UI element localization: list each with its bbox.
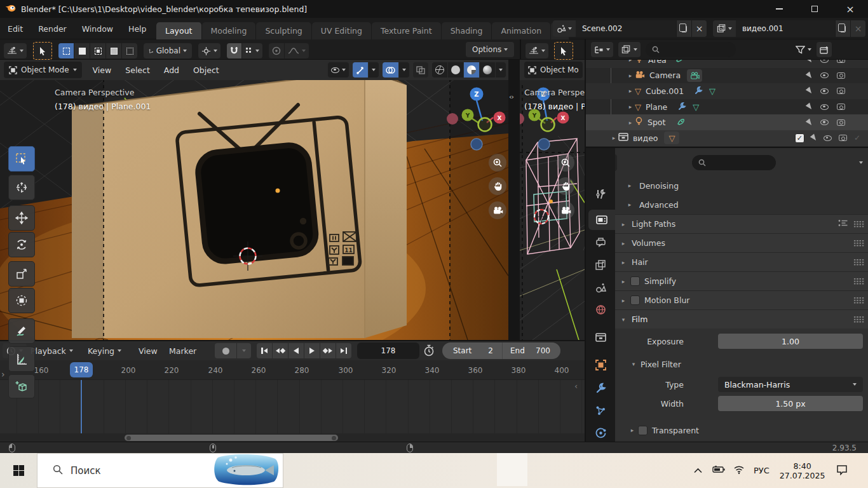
gizmos-toggle[interactable]	[353, 62, 368, 78]
panel-light-paths[interactable]: ▸Light Paths	[615, 214, 868, 233]
selectable-icon[interactable]	[806, 103, 813, 111]
properties-search-input[interactable]	[692, 155, 776, 170]
hide-icon[interactable]	[824, 135, 832, 141]
outliner-filter-dropdown[interactable]	[796, 46, 811, 54]
prev-keyframe-button[interactable]	[273, 343, 288, 358]
timeline-menu-playback[interactable]: Playback	[31, 341, 73, 360]
indirect-only-icon[interactable]: ✓	[854, 133, 860, 142]
tool-measure[interactable]	[8, 346, 35, 372]
hide-icon[interactable]	[820, 104, 829, 110]
panel-volumes[interactable]: ▸Volumes	[615, 233, 868, 252]
jump-to-end-button[interactable]	[336, 343, 351, 358]
viewport2-pan-button[interactable]	[557, 177, 574, 195]
modifier-wrench-icon[interactable]	[677, 102, 686, 112]
selectable-icon[interactable]	[806, 118, 813, 126]
shading-wireframe-button[interactable]	[432, 62, 447, 78]
viewport-splitter[interactable]: ‹›	[508, 60, 520, 340]
pan-button[interactable]	[489, 177, 506, 195]
drag-grip-icon[interactable]	[853, 316, 864, 323]
panel-denoising[interactable]: ▸Denoising	[615, 176, 868, 195]
drag-grip-icon[interactable]	[853, 220, 864, 227]
mesh-data-icon[interactable]: ▽	[709, 86, 715, 96]
tool-rotate[interactable]	[8, 232, 35, 257]
drag-grip-icon[interactable]	[853, 278, 864, 285]
overlays-toggle[interactable]	[383, 62, 398, 78]
use-preview-range-toggle[interactable]	[423, 344, 435, 358]
preset-list-icon[interactable]	[838, 219, 848, 229]
panel-film[interactable]: ▾Film	[615, 309, 868, 329]
tab-world[interactable]	[586, 299, 615, 320]
xray-toggle[interactable]	[413, 62, 428, 78]
tool-add-cube[interactable]	[8, 374, 35, 398]
outliner-display-mode-dropdown[interactable]	[591, 42, 613, 57]
viewport-menu-select[interactable]: Select	[118, 65, 157, 75]
tab-object[interactable]	[586, 355, 615, 375]
menu-window[interactable]: Window	[74, 18, 121, 39]
camera-data-icon[interactable]	[687, 69, 702, 82]
splitter-handle-icon[interactable]: ‹›	[509, 93, 513, 101]
snap-toggle[interactable]	[227, 43, 241, 58]
outliner-row-spot[interactable]: ▸ Spot	[586, 114, 868, 130]
tool-move[interactable]	[8, 205, 35, 231]
outliner-row-video-collection[interactable]: ▸ видео ▽ ✓ ✓	[586, 130, 868, 146]
tab-output[interactable]	[586, 232, 615, 252]
maximize-button[interactable]	[797, 0, 832, 18]
menu-edit[interactable]: Edit	[0, 18, 31, 39]
options-dropdown[interactable]: Options	[466, 42, 514, 57]
properties-options-dropdown[interactable]	[859, 161, 863, 164]
zoom-button[interactable]	[489, 154, 506, 172]
drag-grip-icon[interactable]	[853, 297, 864, 304]
play-button[interactable]	[304, 343, 320, 358]
tab-physics[interactable]	[586, 423, 615, 442]
battery-icon[interactable]	[712, 466, 725, 475]
selectable-icon[interactable]	[806, 87, 813, 95]
timeline-menu-view[interactable]: View	[139, 341, 158, 360]
view-layer-selector[interactable]: видео.001 ×	[713, 20, 865, 37]
keying-set-dropdown[interactable]	[237, 343, 251, 358]
view-layer-name[interactable]: видео.001	[736, 20, 835, 37]
auto-keying-toggle[interactable]	[215, 343, 236, 358]
close-button[interactable]: ×	[832, 0, 868, 18]
navigation-gizmo[interactable]: Z Y X	[445, 85, 508, 155]
scene-unlink-button[interactable]: ×	[691, 20, 707, 37]
clock[interactable]: 8:40 27.07.2025	[780, 461, 825, 480]
play-reverse-button[interactable]	[288, 343, 304, 358]
tab-uv-editing[interactable]: UV Editing	[312, 22, 372, 39]
transform-orientation-dropdown[interactable]: Global	[144, 43, 192, 58]
view-layer-remove-button[interactable]: ×	[850, 20, 865, 37]
proportional-editing-toggle[interactable]	[269, 43, 284, 58]
taskbar-search-box[interactable]: Поиск	[37, 453, 283, 488]
modifier-wrench-icon[interactable]	[694, 86, 703, 97]
viewport2-zoom-button[interactable]	[557, 154, 574, 172]
tool-select-box[interactable]	[8, 146, 35, 172]
scene-copy-button[interactable]	[676, 20, 691, 37]
panel-simplify[interactable]: ▸Simplify	[615, 271, 868, 290]
object-visibility-dropdown[interactable]	[328, 62, 349, 78]
snap-settings-dropdown[interactable]	[242, 43, 262, 58]
jump-to-start-button[interactable]	[257, 343, 272, 358]
motion-blur-checkbox[interactable]	[630, 295, 640, 305]
tab-modifiers[interactable]	[586, 377, 615, 398]
proportional-falloff-dropdown[interactable]	[285, 43, 309, 58]
end-frame-field[interactable]: End700	[503, 346, 560, 355]
exposure-slider[interactable]: 1.00	[718, 334, 863, 349]
hide-icon[interactable]	[820, 88, 829, 94]
panel-hair[interactable]: ▸Hair	[615, 252, 868, 271]
viewport-menu-object[interactable]: Object	[186, 65, 226, 75]
scene-name[interactable]: Scene.002	[576, 20, 676, 37]
editor-type-dropdown[interactable]	[4, 43, 27, 58]
tab-modeling[interactable]: Modeling	[202, 22, 257, 39]
search-highlight-image[interactable]	[213, 454, 280, 487]
collection-checkbox[interactable]: ✓	[795, 133, 804, 143]
pivot-point-dropdown[interactable]	[198, 43, 220, 58]
tool-scale[interactable]	[8, 261, 35, 287]
render-visibility-icon[interactable]	[839, 135, 847, 141]
outliner-row-area[interactable]: ▸ Area	[586, 60, 868, 68]
selectable-icon[interactable]	[810, 134, 818, 142]
select-mode-intersect[interactable]	[122, 43, 137, 58]
tool-annotate[interactable]	[8, 318, 35, 344]
hide-icon[interactable]	[820, 72, 829, 78]
outliner-row-camera[interactable]: ▸ Camera	[586, 68, 868, 84]
start-button[interactable]	[0, 453, 37, 488]
new-collection-button[interactable]	[817, 42, 832, 57]
